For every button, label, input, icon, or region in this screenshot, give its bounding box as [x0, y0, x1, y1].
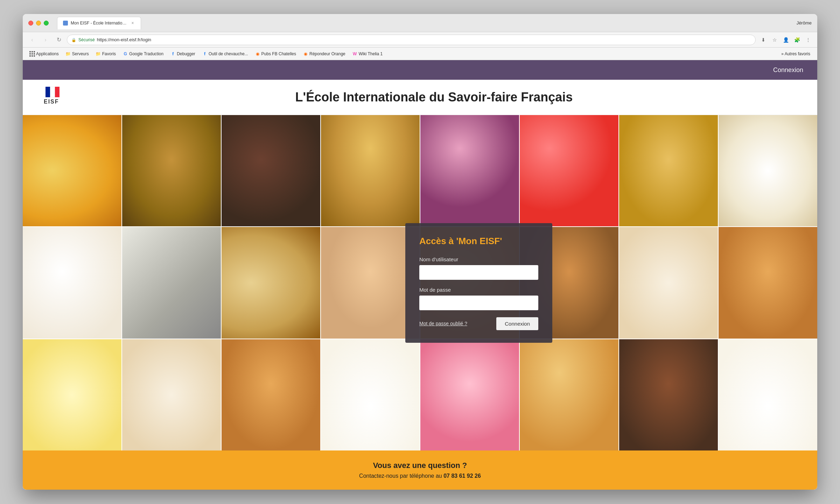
username-group: Nom d'utilisateur [419, 256, 538, 280]
bookmark-serveurs[interactable]: Serveurs [63, 50, 92, 58]
hero-title: L'École Internationale du Savoir-faire F… [72, 90, 796, 105]
collage-cell-22 [520, 339, 618, 450]
bookmark-debugger[interactable]: f Debugger [168, 50, 198, 58]
back-button[interactable] [27, 35, 37, 45]
bookmark-outil[interactable]: f Outil de chevauche... [200, 50, 251, 58]
refresh-button[interactable] [54, 35, 64, 45]
address-bar[interactable]: Sécurisé https://mon-eisf.eisf.fr/login [67, 35, 756, 45]
footer-phone: 07 83 61 92 26 [443, 473, 481, 479]
collage-cell-12 [321, 227, 420, 338]
wiki-icon: W [352, 51, 357, 56]
traffic-lights [28, 21, 49, 26]
bookmark-debugger-label: Debugger [177, 51, 195, 56]
bookmark-wiki[interactable]: W Wiki Thelia 1 [350, 50, 385, 58]
bookmark-wiki-label: Wiki Thelia 1 [359, 51, 383, 56]
page-content: Connexion EISF L'École Internationale du… [23, 60, 817, 490]
site-footer: Vous avez une question ? Contactez-nous … [23, 450, 817, 490]
connexion-header-btn[interactable]: Connexion [773, 66, 803, 74]
username-input[interactable] [419, 265, 538, 280]
logo-container: EISF [44, 87, 61, 108]
tab-title: Mon EISF - École Internationa... [71, 21, 127, 26]
password-input[interactable] [419, 296, 538, 310]
forward-icon [44, 37, 46, 43]
forgot-password-link[interactable]: Mot de passe oublié ? [419, 321, 467, 326]
collage-cell-20 [321, 339, 420, 450]
download-icon[interactable]: ⬇ [758, 35, 768, 45]
collage-cell-2 [122, 115, 221, 226]
apps-grid-icon [30, 51, 35, 56]
minimize-button[interactable] [36, 21, 41, 26]
extension-icon[interactable]: 🧩 [792, 35, 802, 45]
orange-icon-2: ◉ [303, 51, 308, 56]
star-icon [772, 37, 777, 43]
nav-bar: Sécurisé https://mon-eisf.eisf.fr/login … [23, 32, 817, 48]
flag-white [50, 87, 55, 97]
photo-collage: Accès à 'Mon EISF' Nom d'utilisateur Mot… [23, 115, 817, 450]
bookmark-serveurs-label: Serveurs [72, 51, 89, 56]
bookmark-applications-label: Applications [36, 51, 59, 56]
more-menu-icon[interactable] [803, 35, 813, 45]
lock-icon [71, 37, 76, 42]
footer-contact-text: Contactez-nous par téléphone au [359, 473, 442, 479]
collage-cell-5 [420, 115, 519, 226]
close-button[interactable] [28, 21, 33, 26]
folder-icon [66, 51, 71, 56]
bookmark-google-traduction[interactable]: G Google Traduction [120, 50, 166, 58]
tab-bar: Mon EISF - École Internationa... × [57, 17, 794, 29]
profile-icon[interactable]: 👤 [781, 35, 791, 45]
logo-flag: EISF [44, 87, 61, 108]
user-name: Jérôme [797, 20, 812, 26]
collage-cell-8 [719, 115, 817, 226]
bookmarks-bar: Applications Serveurs Favoris G Google T… [23, 48, 817, 60]
collage-cell-9 [23, 227, 121, 338]
collage-cell-24 [719, 339, 817, 450]
maximize-button[interactable] [44, 21, 49, 26]
flag-stripes [46, 87, 59, 97]
more-bookmarks[interactable]: » Autres favoris [778, 50, 813, 58]
collage-cell-4 [321, 115, 420, 226]
collage-cell-7 [619, 115, 718, 226]
bookmark-applications[interactable]: Applications [27, 50, 62, 58]
collage-cell-10 [122, 227, 221, 338]
login-submit-button[interactable]: Connexion [496, 317, 538, 330]
bookmark-favoris-label: Favoris [102, 51, 116, 56]
password-group: Mot de passe [419, 287, 538, 310]
tab-favicon [63, 21, 68, 26]
google-t-icon: G [123, 51, 128, 56]
refresh-icon [57, 36, 61, 43]
collage-cell-23 [619, 339, 718, 450]
bookmark-favoris[interactable]: Favoris [93, 50, 119, 58]
footer-contact: Contactez-nous par téléphone au 07 83 61… [37, 473, 803, 479]
folder-icon-2 [96, 51, 101, 56]
bookmark-pubs[interactable]: ◉ Pubs FB Chatelles [252, 50, 299, 58]
collage-cell-11 [222, 227, 320, 338]
collage-cell-21 [420, 339, 519, 450]
flag-red [55, 87, 59, 97]
bookmark-pubs-label: Pubs FB Chatelles [261, 51, 296, 56]
nav-actions: ⬇ 👤 🧩 [758, 35, 813, 45]
facebook-icon-2: f [202, 51, 207, 56]
bookmark-google-traduction-label: Google Traduction [129, 51, 163, 56]
back-icon [31, 37, 33, 43]
collage-cell-3 [222, 115, 320, 226]
tab-close-button[interactable]: × [130, 21, 135, 26]
bookmark-star-icon[interactable] [770, 35, 779, 45]
facebook-icon: f [170, 51, 175, 56]
password-label: Mot de passe [419, 287, 538, 293]
collage-cell-16 [719, 227, 817, 338]
collage-cell-15 [619, 227, 718, 338]
bookmark-repondeur[interactable]: ◉ Répondeur Orange [300, 50, 348, 58]
more-bookmarks-label: » Autres favoris [781, 51, 810, 56]
username-label: Nom d'utilisateur [419, 256, 538, 262]
menu-icon [806, 37, 811, 43]
url-text: https://mon-eisf.eisf.fr/login [97, 37, 151, 42]
bookmark-repondeur-label: Répondeur Orange [309, 51, 345, 56]
bookmark-outil-label: Outil de chevauche... [209, 51, 248, 56]
collage-cell-1 [23, 115, 121, 226]
forward-button[interactable] [40, 35, 51, 45]
logo-text: EISF [44, 99, 61, 105]
active-tab[interactable]: Mon EISF - École Internationa... × [57, 17, 141, 29]
collage-cell-19 [222, 339, 320, 450]
browser-window: Mon EISF - École Internationa... × Jérôm… [23, 14, 817, 490]
collage-cell-6 [520, 115, 618, 226]
